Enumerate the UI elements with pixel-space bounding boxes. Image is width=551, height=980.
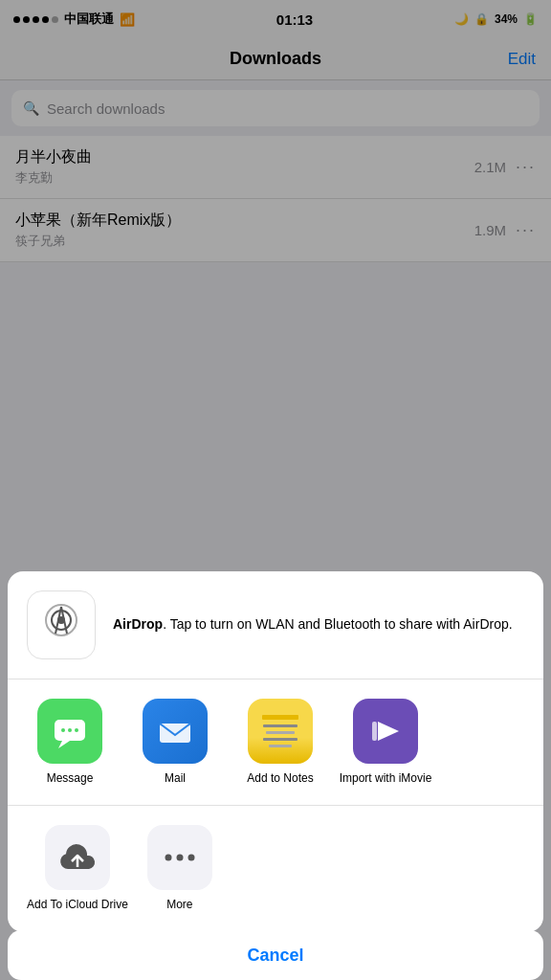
app-notes[interactable]: Add to Notes xyxy=(228,699,333,787)
cancel-button[interactable]: Cancel xyxy=(247,946,303,966)
airdrop-icon xyxy=(40,599,82,650)
action-more[interactable]: More xyxy=(147,825,212,913)
apps-row: Message Mail xyxy=(17,699,534,787)
airdrop-description: AirDrop. Tap to turn on WLAN and Bluetoo… xyxy=(113,615,513,635)
action-icloud-label: Add To iCloud Drive xyxy=(27,898,128,913)
app-imovie[interactable]: Import with iMovie xyxy=(333,699,438,787)
apps-row-section: Message Mail xyxy=(8,679,543,807)
icloud-drive-icon xyxy=(45,825,110,890)
app-mail[interactable]: Mail xyxy=(122,699,228,787)
svg-point-8 xyxy=(68,728,72,732)
airdrop-label: AirDrop xyxy=(113,616,163,632)
app-message[interactable]: Message xyxy=(17,699,122,787)
airdrop-section[interactable]: AirDrop. Tap to turn on WLAN and Bluetoo… xyxy=(8,571,543,679)
svg-point-13 xyxy=(165,855,171,861)
svg-rect-12 xyxy=(372,722,377,741)
message-icon xyxy=(37,699,102,764)
airdrop-icon-wrap xyxy=(27,590,96,659)
actions-section: Add To iCloud Drive More xyxy=(8,806,543,932)
svg-point-14 xyxy=(176,855,183,861)
cancel-sheet[interactable]: Cancel xyxy=(8,930,543,980)
app-imovie-label: Import with iMovie xyxy=(340,771,432,787)
app-mail-label: Mail xyxy=(165,771,186,787)
notes-icon xyxy=(248,699,313,764)
more-icon xyxy=(147,825,212,890)
svg-point-9 xyxy=(75,728,78,732)
app-notes-label: Add to Notes xyxy=(247,771,313,787)
svg-marker-11 xyxy=(378,722,399,741)
mail-icon xyxy=(143,699,208,764)
svg-point-15 xyxy=(187,855,194,861)
imovie-icon xyxy=(353,699,418,764)
share-sheet: AirDrop. Tap to turn on WLAN and Bluetoo… xyxy=(8,571,543,932)
svg-point-7 xyxy=(61,728,65,732)
app-message-label: Message xyxy=(47,771,94,787)
svg-marker-6 xyxy=(58,741,70,748)
action-more-label: More xyxy=(166,898,192,913)
action-icloud[interactable]: Add To iCloud Drive xyxy=(27,825,128,913)
